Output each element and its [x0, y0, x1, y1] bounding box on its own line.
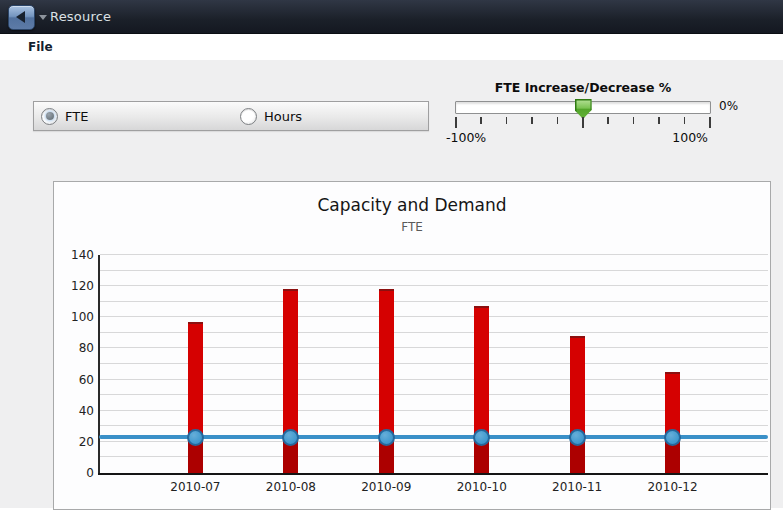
y-axis-tick-label: 100 — [52, 310, 94, 324]
slider-thumb[interactable] — [575, 99, 592, 119]
slider-value: 0% — [719, 99, 738, 113]
capacity-line-marker — [473, 429, 490, 446]
slider-range-labels: -100% 100% — [446, 130, 708, 145]
title-bar: Resource — [0, 0, 783, 34]
capacity-line-marker — [664, 429, 681, 446]
capacity-line-marker — [378, 429, 395, 446]
slider-tick-mark — [455, 117, 457, 128]
slider-tick-mark — [480, 117, 482, 124]
demand-bar — [570, 336, 585, 473]
chart-panel: Capacity and Demand FTE 0204060801001201… — [53, 181, 771, 510]
app-window: Resource File FTE Hours FTE Increase/Dec… — [0, 0, 783, 521]
menu-file[interactable]: File — [28, 34, 53, 60]
menu-bar: File — [0, 34, 783, 60]
gridline — [100, 270, 768, 271]
demand-bar — [474, 306, 489, 473]
x-axis-tick-label: 2010-12 — [628, 480, 718, 494]
slider-tick-mark — [557, 117, 559, 124]
dropdown-caret-icon[interactable] — [39, 15, 47, 20]
slider-label: FTE Increase/Decrease % — [445, 80, 721, 95]
slider-tick-mark — [633, 117, 635, 124]
y-axis-tick-label: 120 — [52, 279, 94, 293]
radio-option-label: FTE — [65, 109, 88, 124]
slider-max-label: 100% — [672, 130, 708, 145]
y-axis-tick-label: 60 — [52, 373, 94, 387]
window-title: Resource — [50, 9, 111, 24]
x-axis-tick-label: 2010-10 — [437, 480, 527, 494]
capacity-line-marker — [187, 429, 204, 446]
slider-tick-mark — [607, 117, 609, 124]
slider-tick-mark — [531, 117, 533, 124]
x-axis-tick-label: 2010-09 — [341, 480, 431, 494]
x-axis-tick-label: 2010-08 — [246, 480, 336, 494]
slider-tick-mark — [684, 117, 686, 124]
x-axis-line — [98, 473, 768, 475]
x-axis-tick-label: 2010-11 — [532, 480, 622, 494]
back-arrow-icon — [16, 11, 25, 23]
x-axis-tick-label: 2010-07 — [150, 480, 240, 494]
slider-tick-mark — [582, 117, 584, 128]
fte-adjust-slider-group: FTE Increase/Decrease % 0% -100% 100% — [445, 75, 745, 155]
demand-bar — [665, 372, 680, 473]
radio-option-label: Hours — [264, 109, 302, 124]
capacity-line-marker — [569, 429, 586, 446]
y-axis-tick-label: 140 — [52, 248, 94, 262]
y-axis-tick-label: 20 — [52, 435, 94, 449]
radio-option-fte[interactable]: FTE — [41, 102, 88, 130]
y-axis-tick-label: 40 — [52, 404, 94, 418]
unit-toggle-group: FTE Hours — [33, 101, 429, 131]
radio-button-icon — [240, 108, 257, 125]
slider-tick-mark — [658, 117, 660, 124]
radio-option-hours[interactable]: Hours — [240, 102, 302, 130]
slider-min-label: -100% — [446, 130, 486, 145]
chart-title: Capacity and Demand — [54, 195, 770, 215]
radio-button-icon — [41, 108, 58, 125]
slider-track[interactable] — [455, 101, 711, 114]
slider-tick-mark — [709, 117, 711, 128]
slider-tick-mark — [506, 117, 508, 124]
gridline — [100, 301, 768, 302]
content-area: FTE Hours FTE Increase/Decrease % 0% -10… — [0, 60, 783, 508]
slider-ticks — [455, 117, 709, 129]
y-axis-tick-label: 80 — [52, 341, 94, 355]
plot-area: 0204060801001201402010-072010-082010-092… — [100, 255, 768, 473]
gridline — [100, 254, 768, 255]
capacity-line-marker — [282, 429, 299, 446]
gridline — [100, 316, 768, 317]
demand-bar — [188, 322, 203, 473]
gridline — [100, 285, 768, 286]
back-button[interactable] — [8, 5, 35, 30]
chart-subtitle: FTE — [54, 220, 770, 234]
y-axis-tick-label: 0 — [52, 466, 94, 480]
